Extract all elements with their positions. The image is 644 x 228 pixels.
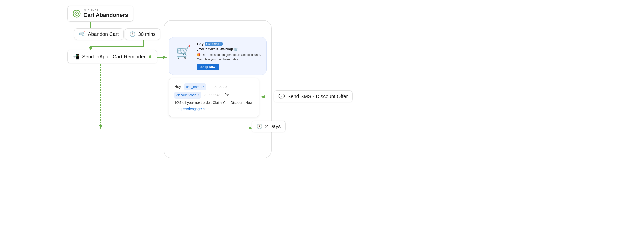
inapp-title-rest: , Your Cart is Waiting! 🛒 — [197, 47, 238, 51]
svg-point-10 — [76, 13, 77, 14]
sms-mid: , use code — [209, 84, 227, 89]
clock-icon: 🕐 — [129, 31, 136, 37]
inapp-firstname-tag: first_name × — [205, 42, 223, 46]
sms-icon: 💬 — [278, 93, 285, 99]
abandon-cart-label: Abandon Cart — [88, 31, 119, 37]
sms-preview-card: Hey first_name × , use code discount cod… — [169, 78, 259, 117]
inapp-preview-card: 🛒 Hey first_name × , Your Cart is Waitin… — [169, 37, 267, 75]
inapp-content: Hey first_name × , Your Cart is Waiting!… — [197, 42, 262, 70]
timer-30-label: 30 mins — [138, 31, 156, 37]
audience-sublabel: AUDIENCE — [83, 9, 128, 12]
canvas: AUDIENCE Cart Abandoners 🛒 Abandon Cart … — [0, 0, 644, 228]
audience-icon — [73, 10, 81, 18]
inapp-icon: 📲 — [73, 54, 79, 60]
sms-hey: Hey — [174, 84, 181, 89]
send-inapp-label: Send InApp - Cart Reminder — [82, 54, 145, 60]
sms-link[interactable]: https://dengage.com — [177, 107, 209, 111]
abandon-cart-node: 🛒 Abandon Cart — [74, 28, 124, 40]
send-sms-node: 💬 Send SMS - Discount Offer — [274, 90, 353, 102]
timer-2days-node: 🕐 2 Days — [252, 121, 286, 132]
cart-icon: 🛒 — [79, 31, 85, 37]
sms-line2: discount code × at checkout for — [174, 91, 253, 98]
audience-node: AUDIENCE Cart Abandoners — [67, 6, 133, 22]
sms-code-tag: discount code × — [174, 92, 201, 98]
sms-after-code: at checkout for — [204, 93, 229, 97]
clock2-icon: 🕐 — [256, 123, 263, 129]
send-sms-label: Send SMS - Discount Offer — [287, 94, 348, 99]
audience-label: Cart Abandoners — [83, 12, 128, 18]
inapp-dot — [149, 55, 151, 58]
inapp-cart-image: 🛒 — [173, 42, 193, 62]
sms-line3: 10% off your next order. Claim Your Disc… — [174, 100, 253, 112]
inapp-hey: Hey — [197, 42, 204, 46]
shop-now-button[interactable]: Shop Now — [197, 64, 219, 70]
timer-30-node: 🕐 30 mins — [125, 28, 160, 40]
audience-text: AUDIENCE Cart Abandoners — [83, 9, 128, 18]
inapp-title: Hey first_name × , Your Cart is Waiting!… — [197, 42, 262, 51]
sms-firstname-tag: first_name × — [184, 83, 206, 90]
sms-line1: Hey first_name × , use code — [174, 83, 253, 90]
inapp-body-text: 🎁 Don't miss out on great deals and disc… — [197, 53, 262, 62]
timer-2days-label: 2 Days — [265, 124, 281, 129]
send-inapp-node: 📲 Send InApp - Cart Reminder — [67, 50, 157, 63]
